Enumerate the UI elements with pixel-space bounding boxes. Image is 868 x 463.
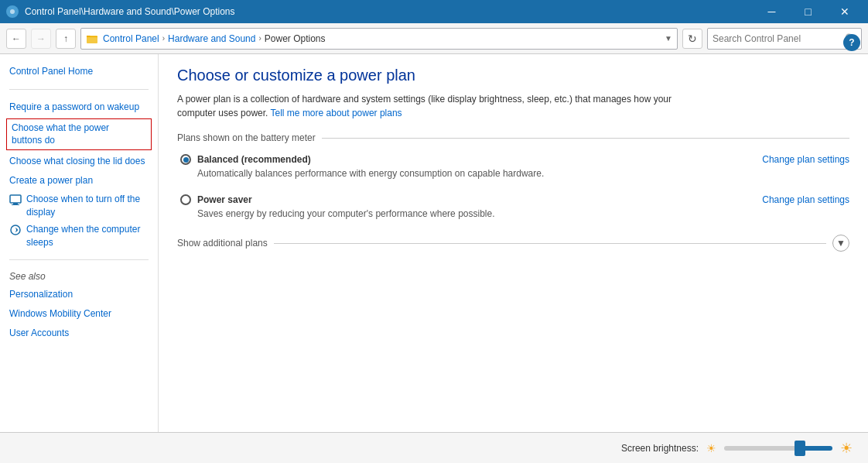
plan-item-powersaver: Power saver Change plan settings Saves e… — [177, 194, 849, 219]
section-header-line — [322, 138, 849, 139]
back-button[interactable]: ← — [6, 29, 26, 49]
sidebar-user-accounts[interactable]: User Accounts — [0, 324, 158, 343]
breadcrumb-control-panel[interactable]: Control Panel — [103, 33, 159, 44]
change-plan-powersaver[interactable]: Change plan settings — [762, 194, 849, 205]
forward-button[interactable]: → — [31, 29, 51, 49]
breadcrumb-hardware[interactable]: Hardware and Sound — [168, 33, 255, 44]
plan-label-powersaver: Power saver — [180, 194, 252, 205]
radio-inner-balanced — [183, 157, 189, 163]
main-container: Control Panel Home Require a password on… — [0, 54, 868, 463]
radio-powersaver[interactable] — [180, 194, 191, 205]
sidebar-closing-lid[interactable]: Choose what closing the lid does — [0, 152, 158, 171]
brightness-slider[interactable] — [724, 446, 832, 451]
svg-rect-4 — [13, 203, 18, 204]
sidebar-divider-1 — [9, 89, 149, 90]
sun-small-icon: ☀ — [706, 442, 716, 454]
content-area: Choose or customize a power plan A power… — [159, 54, 868, 463]
folder-icon — [86, 33, 98, 45]
page-title: Choose or customize a power plan — [177, 67, 849, 84]
see-also-label: See also — [0, 268, 158, 285]
sidebar-create-plan[interactable]: Create a power plan — [0, 171, 158, 190]
addressbar: ← → ↑ Control Panel › Hardware and Sound… — [0, 23, 868, 54]
svg-point-1 — [10, 9, 15, 14]
breadcrumb-dropdown[interactable]: ▼ — [665, 34, 672, 43]
plan-row-balanced: Balanced (recommended) Change plan setti… — [180, 154, 849, 165]
svg-rect-5 — [12, 204, 19, 205]
plan-label-balanced: Balanced (recommended) — [180, 154, 311, 165]
titlebar: Control Panel\Hardware and Sound\Power O… — [0, 0, 868, 23]
plan-row-powersaver: Power saver Change plan settings — [180, 194, 849, 205]
svg-rect-3 — [10, 195, 21, 203]
learn-more-link[interactable]: Tell me more about power plans — [271, 108, 402, 118]
up-button[interactable]: ↑ — [56, 29, 76, 49]
sidebar-turn-off-display[interactable]: Choose when to turn off the display — [0, 190, 158, 221]
show-plans-button[interactable]: ▼ — [832, 235, 849, 252]
change-plan-balanced[interactable]: Change plan settings — [762, 154, 849, 165]
plan-desc-powersaver: Saves energy by reducing your computer's… — [180, 208, 849, 219]
window-controls: ─ □ ✕ — [754, 0, 862, 23]
search-input[interactable] — [713, 33, 842, 44]
show-plans-label: Show additional plans — [177, 238, 268, 249]
refresh-button[interactable]: ↻ — [682, 29, 702, 49]
sidebar-power-buttons[interactable]: Choose what the powerbuttons do — [6, 118, 152, 151]
restore-button[interactable]: □ — [791, 0, 825, 23]
page-description: A power plan is a collection of hardware… — [177, 92, 680, 120]
search-box: 🔍 — [707, 28, 862, 50]
sidebar-personalization[interactable]: Personalization — [0, 285, 158, 304]
breadcrumb-current: Power Options — [265, 33, 326, 44]
plan-desc-balanced: Automatically balances performance with … — [180, 168, 849, 179]
show-additional-plans: Show additional plans ▼ — [177, 235, 849, 252]
help-button[interactable]: ? — [843, 34, 860, 51]
sidebar: Control Panel Home Require a password on… — [0, 54, 159, 463]
sidebar-home[interactable]: Control Panel Home — [0, 62, 158, 81]
section-header: Plans shown on the battery meter — [177, 132, 849, 143]
sleep-icon — [9, 224, 22, 236]
app-icon — [6, 5, 19, 18]
sidebar-divider-2 — [9, 259, 149, 260]
svg-point-6 — [11, 225, 20, 235]
sun-large-icon: ☀ — [840, 440, 853, 457]
radio-balanced[interactable] — [180, 154, 191, 165]
sidebar-mobility-center[interactable]: Windows Mobility Center — [0, 304, 158, 324]
plan-item-balanced: Balanced (recommended) Change plan setti… — [177, 154, 849, 179]
sidebar-computer-sleeps[interactable]: Change when the computer sleeps — [0, 221, 158, 252]
breadcrumb: Control Panel › Hardware and Sound › Pow… — [80, 28, 678, 50]
minimize-button[interactable]: ─ — [754, 0, 789, 23]
sidebar-require-password[interactable]: Require a password on wakeup — [0, 98, 158, 117]
bottom-bar: Screen brightness: ☀ ☀ — [0, 432, 868, 463]
show-plans-line — [274, 243, 826, 244]
window-title: Control Panel\Hardware and Sound\Power O… — [25, 6, 235, 17]
brightness-label: Screen brightness: — [621, 443, 699, 454]
close-button[interactable]: ✕ — [827, 0, 862, 23]
monitor-icon — [9, 194, 22, 206]
brightness-thumb[interactable] — [795, 441, 805, 456]
